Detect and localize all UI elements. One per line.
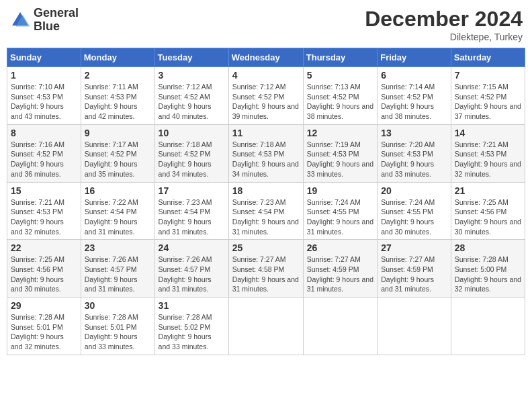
- day-number: 22: [11, 242, 77, 253]
- day-number: 21: [455, 185, 521, 196]
- table-row: 9 Sunrise: 7:17 AM Sunset: 4:52 PM Dayli…: [81, 124, 154, 182]
- day-number: 20: [381, 185, 447, 196]
- location-subtitle: Dilektepe, Turkey: [365, 32, 523, 42]
- day-info: Sunrise: 7:12 AM Sunset: 4:52 AM Dayligh…: [159, 82, 225, 122]
- day-number: 8: [11, 128, 77, 138]
- day-number: 4: [232, 70, 300, 81]
- day-number: 12: [307, 128, 373, 138]
- day-number: 29: [11, 300, 77, 311]
- day-info: Sunrise: 7:28 AM Sunset: 5:02 PM Dayligh…: [159, 312, 225, 352]
- day-number: 1: [11, 70, 77, 81]
- table-row: 11 Sunrise: 7:18 AM Sunset: 4:53 PM Dayl…: [228, 124, 303, 182]
- table-row: [228, 298, 303, 355]
- day-number: 24: [159, 242, 225, 253]
- day-info: Sunrise: 7:27 AM Sunset: 4:59 PM Dayligh…: [381, 255, 447, 294]
- day-info: Sunrise: 7:23 AM Sunset: 4:54 PM Dayligh…: [232, 197, 300, 237]
- table-row: 28 Sunrise: 7:28 AM Sunset: 5:00 PM Dayl…: [451, 240, 525, 298]
- day-info: Sunrise: 7:25 AM Sunset: 4:56 PM Dayligh…: [11, 255, 77, 294]
- day-number: 26: [307, 242, 373, 253]
- day-number: 27: [381, 242, 447, 253]
- calendar-week-row: 22 Sunrise: 7:25 AM Sunset: 4:56 PM Dayl…: [7, 240, 525, 298]
- table-row: 2 Sunrise: 7:11 AM Sunset: 4:53 PM Dayli…: [81, 67, 154, 125]
- header-monday: Monday: [81, 48, 154, 67]
- header-tuesday: Tuesday: [154, 48, 228, 67]
- day-info: Sunrise: 7:18 AM Sunset: 4:52 PM Dayligh…: [159, 140, 225, 179]
- day-number: 9: [85, 128, 151, 138]
- day-number: 31: [159, 300, 225, 311]
- day-info: Sunrise: 7:28 AM Sunset: 5:01 PM Dayligh…: [11, 312, 77, 352]
- calendar-week-row: 8 Sunrise: 7:16 AM Sunset: 4:52 PM Dayli…: [7, 124, 525, 182]
- table-row: 31 Sunrise: 7:28 AM Sunset: 5:02 PM Dayl…: [154, 298, 228, 355]
- day-number: 3: [159, 70, 225, 81]
- header-saturday: Saturday: [451, 48, 525, 67]
- calendar-table: Sunday Monday Tuesday Wednesday Thursday…: [7, 48, 525, 355]
- table-row: 15 Sunrise: 7:21 AM Sunset: 4:53 PM Dayl…: [7, 182, 81, 240]
- table-row: 5 Sunrise: 7:13 AM Sunset: 4:52 PM Dayli…: [303, 67, 377, 125]
- day-info: Sunrise: 7:20 AM Sunset: 4:53 PM Dayligh…: [381, 140, 447, 179]
- table-row: 10 Sunrise: 7:18 AM Sunset: 4:52 PM Dayl…: [154, 124, 228, 182]
- day-info: Sunrise: 7:18 AM Sunset: 4:53 PM Dayligh…: [232, 140, 300, 179]
- day-info: Sunrise: 7:28 AM Sunset: 5:01 PM Dayligh…: [85, 312, 151, 352]
- day-info: Sunrise: 7:12 AM Sunset: 4:52 PM Dayligh…: [232, 82, 300, 122]
- day-number: 15: [11, 185, 77, 196]
- table-row: 19 Sunrise: 7:24 AM Sunset: 4:55 PM Dayl…: [303, 182, 377, 240]
- header-thursday: Thursday: [303, 48, 377, 67]
- table-row: 29 Sunrise: 7:28 AM Sunset: 5:01 PM Dayl…: [7, 298, 81, 355]
- header-friday: Friday: [378, 48, 451, 67]
- table-row: 6 Sunrise: 7:14 AM Sunset: 4:52 PM Dayli…: [378, 67, 451, 125]
- day-info: Sunrise: 7:27 AM Sunset: 4:58 PM Dayligh…: [232, 255, 300, 294]
- day-info: Sunrise: 7:24 AM Sunset: 4:55 PM Dayligh…: [307, 197, 373, 237]
- day-number: 28: [455, 242, 521, 253]
- table-row: 7 Sunrise: 7:15 AM Sunset: 4:52 PM Dayli…: [451, 67, 525, 125]
- day-number: 7: [455, 70, 521, 81]
- day-info: Sunrise: 7:19 AM Sunset: 4:53 PM Dayligh…: [307, 140, 373, 179]
- day-number: 30: [85, 300, 151, 311]
- table-row: 3 Sunrise: 7:12 AM Sunset: 4:52 AM Dayli…: [154, 67, 228, 125]
- day-info: Sunrise: 7:17 AM Sunset: 4:52 PM Dayligh…: [85, 140, 151, 179]
- table-row: [303, 298, 377, 355]
- day-number: 23: [85, 242, 151, 253]
- table-row: 13 Sunrise: 7:20 AM Sunset: 4:53 PM Dayl…: [378, 124, 451, 182]
- day-number: 17: [159, 185, 225, 196]
- day-number: 16: [85, 185, 151, 196]
- day-info: Sunrise: 7:22 AM Sunset: 4:54 PM Dayligh…: [85, 197, 151, 237]
- logo-text: General Blue: [34, 7, 79, 34]
- day-info: Sunrise: 7:10 AM Sunset: 4:53 PM Dayligh…: [11, 82, 77, 122]
- table-row: 18 Sunrise: 7:23 AM Sunset: 4:54 PM Dayl…: [228, 182, 303, 240]
- day-info: Sunrise: 7:13 AM Sunset: 4:52 PM Dayligh…: [307, 82, 373, 122]
- calendar-week-row: 1 Sunrise: 7:10 AM Sunset: 4:53 PM Dayli…: [7, 67, 525, 125]
- table-row: 16 Sunrise: 7:22 AM Sunset: 4:54 PM Dayl…: [81, 182, 154, 240]
- month-title: December 2024: [365, 7, 523, 32]
- calendar-week-row: 15 Sunrise: 7:21 AM Sunset: 4:53 PM Dayl…: [7, 182, 525, 240]
- logo-icon: [9, 9, 31, 31]
- table-row: 22 Sunrise: 7:25 AM Sunset: 4:56 PM Dayl…: [7, 240, 81, 298]
- day-number: 13: [381, 128, 447, 138]
- day-info: Sunrise: 7:21 AM Sunset: 4:53 PM Dayligh…: [455, 140, 521, 179]
- table-row: [378, 298, 451, 355]
- day-info: Sunrise: 7:26 AM Sunset: 4:57 PM Dayligh…: [85, 255, 151, 294]
- table-row: [451, 298, 525, 355]
- table-row: 20 Sunrise: 7:24 AM Sunset: 4:55 PM Dayl…: [378, 182, 451, 240]
- table-row: 4 Sunrise: 7:12 AM Sunset: 4:52 PM Dayli…: [228, 67, 303, 125]
- day-number: 5: [307, 70, 373, 81]
- day-number: 19: [307, 185, 373, 196]
- day-number: 6: [381, 70, 447, 81]
- day-info: Sunrise: 7:14 AM Sunset: 4:52 PM Dayligh…: [381, 82, 447, 122]
- table-row: 25 Sunrise: 7:27 AM Sunset: 4:58 PM Dayl…: [228, 240, 303, 298]
- table-row: 14 Sunrise: 7:21 AM Sunset: 4:53 PM Dayl…: [451, 124, 525, 182]
- logo: General Blue: [9, 7, 79, 34]
- day-info: Sunrise: 7:21 AM Sunset: 4:53 PM Dayligh…: [11, 197, 77, 237]
- day-info: Sunrise: 7:26 AM Sunset: 4:57 PM Dayligh…: [159, 255, 225, 294]
- table-row: 24 Sunrise: 7:26 AM Sunset: 4:57 PM Dayl…: [154, 240, 228, 298]
- table-row: 23 Sunrise: 7:26 AM Sunset: 4:57 PM Dayl…: [81, 240, 154, 298]
- title-block: December 2024 Dilektepe, Turkey: [365, 7, 523, 42]
- day-info: Sunrise: 7:15 AM Sunset: 4:52 PM Dayligh…: [455, 82, 521, 122]
- day-info: Sunrise: 7:27 AM Sunset: 4:59 PM Dayligh…: [307, 255, 373, 294]
- header-wednesday: Wednesday: [228, 48, 303, 67]
- day-number: 14: [455, 128, 521, 138]
- calendar-week-row: 29 Sunrise: 7:28 AM Sunset: 5:01 PM Dayl…: [7, 298, 525, 355]
- table-row: 8 Sunrise: 7:16 AM Sunset: 4:52 PM Dayli…: [7, 124, 81, 182]
- day-info: Sunrise: 7:23 AM Sunset: 4:54 PM Dayligh…: [159, 197, 225, 237]
- day-info: Sunrise: 7:28 AM Sunset: 5:00 PM Dayligh…: [455, 255, 521, 294]
- day-number: 11: [232, 128, 300, 138]
